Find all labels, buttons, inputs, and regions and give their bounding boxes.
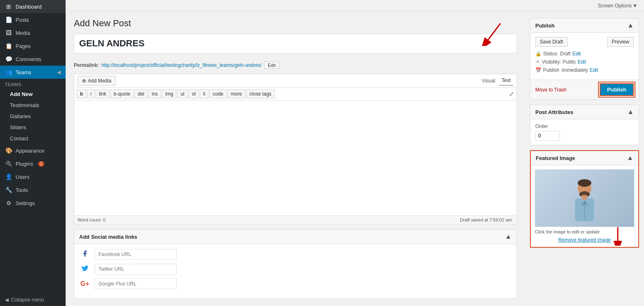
- meta-box-toggle-button[interactable]: ▲: [505, 233, 512, 240]
- visibility-edit-link[interactable]: Edit: [578, 59, 586, 65]
- fmt-li-button[interactable]: li: [200, 89, 208, 98]
- comments-icon: 💬: [5, 56, 12, 62]
- collapse-menu-button[interactable]: ◀ Collapse menu: [0, 294, 66, 306]
- dashboard-icon: ⊞: [5, 3, 12, 10]
- post-title-input[interactable]: [74, 34, 517, 53]
- sidebar-item-settings[interactable]: ⚙ Settings: [0, 196, 66, 210]
- featured-image-caption: Click the image to edit or update: [535, 229, 634, 234]
- add-media-icon: ⊕: [82, 78, 86, 84]
- sidebar-item-label: Comments: [16, 56, 41, 62]
- sidebar-item-label: Teams: [16, 69, 31, 75]
- remove-featured-image-link[interactable]: Remove featured image: [558, 237, 611, 243]
- text-tab[interactable]: Text: [499, 76, 513, 86]
- twitter-icon: [79, 265, 91, 274]
- google-plus-icon: G+: [79, 280, 91, 288]
- save-draft-button[interactable]: Save Draft: [535, 37, 568, 47]
- person-figure: [566, 178, 603, 227]
- featured-image-toggle[interactable]: ▲: [627, 154, 633, 162]
- sidebar-item-users[interactable]: 👤 Users: [0, 170, 66, 183]
- google-plus-url-input[interactable]: [95, 279, 177, 289]
- permalink-edit-button[interactable]: Edit: [264, 62, 279, 69]
- sidebar-item-comments[interactable]: 💬 Comments: [0, 53, 66, 66]
- screen-options-button[interactable]: Screen Options ▼: [598, 3, 637, 9]
- social-media-meta-box: Add Social media links ▲: [74, 229, 517, 299]
- preview-button[interactable]: Preview: [607, 37, 634, 47]
- sidebar-sub-item-add-new[interactable]: Add New: [0, 89, 66, 100]
- sidebar-item-teams[interactable]: 👥 Teams ◀: [0, 66, 66, 79]
- sub-item-label: Gallaries: [10, 113, 31, 119]
- fmt-bold-button[interactable]: b: [77, 89, 86, 98]
- sidebar-item-label: Users: [16, 174, 30, 180]
- sub-item-label: Contact: [10, 135, 28, 142]
- fmt-more-button[interactable]: more: [228, 89, 245, 98]
- fmt-ul-button[interactable]: ul: [177, 89, 187, 98]
- publish-box: Publish ▲ Save Draft Preview 🔒 Status: D…: [530, 18, 639, 100]
- twitter-row: [79, 264, 512, 274]
- status-label: Status:: [543, 51, 558, 57]
- fmt-code-button[interactable]: code: [209, 89, 226, 98]
- expand-editor-button[interactable]: ⤢: [509, 91, 514, 97]
- fmt-ol-button[interactable]: ol: [189, 89, 199, 98]
- publish-time-edit-link[interactable]: Edit: [589, 67, 598, 73]
- users-icon: 👤: [5, 174, 12, 180]
- fmt-close-tags-button[interactable]: close tags: [246, 89, 275, 98]
- fmt-img-button[interactable]: img: [162, 89, 176, 98]
- sidebar-sub-item-sliders[interactable]: Sliders: [0, 122, 66, 133]
- editor-body[interactable]: [74, 100, 516, 215]
- sidebar-item-pages[interactable]: 📋 Pages: [0, 39, 66, 53]
- format-toolbar: b i link b-quote del ins img ul ol li co…: [74, 88, 516, 100]
- plugins-badge: 2: [38, 161, 45, 167]
- right-sidebar: Publish ▲ Save Draft Preview 🔒 Status: D…: [525, 11, 644, 306]
- calendar-icon: 📅: [535, 67, 541, 73]
- sidebar-item-appearance[interactable]: 🎨 Appearance: [0, 144, 66, 157]
- move-to-trash-link[interactable]: Move to Trash: [535, 87, 566, 93]
- sidebar-item-label: Pages: [16, 43, 31, 49]
- featured-image-box: Featured Image ▲: [530, 150, 639, 248]
- visibility-value: Public: [562, 59, 576, 65]
- publish-footer: Move to Trash Publish: [530, 80, 639, 99]
- topbar: Screen Options ▼: [66, 0, 644, 11]
- permalink-bar: Permalink: http://localhost/project/offi…: [74, 62, 517, 69]
- sidebar-item-label: Settings: [16, 200, 35, 206]
- fmt-del-button[interactable]: del: [135, 89, 148, 98]
- sidebar-sub-item-contact[interactable]: Contact: [0, 133, 66, 144]
- sidebar-item-posts[interactable]: 📄 Posts: [0, 13, 66, 26]
- screen-options-arrow-icon: ▼: [633, 3, 637, 9]
- post-attributes-toggle[interactable]: ▲: [627, 108, 634, 116]
- fmt-bquote-button[interactable]: b-quote: [110, 89, 134, 98]
- meta-box-header[interactable]: Add Social media links ▲: [74, 230, 516, 244]
- post-attributes-title: Post Attributes: [535, 109, 573, 115]
- twitter-url-input[interactable]: [95, 264, 177, 274]
- sidebar-item-label: Media: [16, 30, 30, 36]
- sidebar-item-label: Tools: [16, 187, 28, 193]
- fmt-italic-button[interactable]: i: [87, 89, 95, 98]
- appearance-icon: 🎨: [5, 147, 12, 154]
- sub-item-label: Sliders: [10, 124, 26, 130]
- editor-view-tabs: Visual Text: [480, 76, 513, 86]
- status-icon: 🔒: [535, 51, 541, 57]
- publish-button[interactable]: Publish: [600, 83, 634, 96]
- order-input[interactable]: [535, 131, 560, 141]
- sidebar-item-label: Appearance: [16, 148, 44, 154]
- word-count: Word count: 0: [78, 217, 105, 222]
- sidebar-sub-item-gallaries[interactable]: Gallaries: [0, 111, 66, 122]
- featured-image-thumbnail[interactable]: [535, 169, 634, 227]
- sidebar-item-media[interactable]: 🖼 Media: [0, 26, 66, 39]
- publish-box-body: Save Draft Preview 🔒 Status: Draft Edit …: [530, 33, 639, 80]
- visual-tab[interactable]: Visual: [480, 76, 498, 86]
- sidebar-item-dashboard[interactable]: ⊞ Dashboard: [0, 0, 66, 13]
- fmt-ins-button[interactable]: ins: [148, 89, 161, 98]
- meta-box-body: G+: [74, 244, 516, 298]
- facebook-url-input[interactable]: [95, 249, 177, 260]
- publish-box-toggle[interactable]: ▲: [627, 22, 634, 29]
- sidebar-sub-item-testimonials[interactable]: Testimonials: [0, 100, 66, 111]
- visibility-label: Visibility:: [542, 59, 561, 65]
- sidebar-item-tools[interactable]: 🔧 Tools: [0, 183, 66, 196]
- fmt-link-button[interactable]: link: [96, 89, 110, 98]
- add-media-button[interactable]: ⊕ Add Media: [78, 76, 116, 86]
- status-value: Draft: [560, 51, 571, 57]
- sidebar-item-plugins[interactable]: 🔌 Plugins 2: [0, 157, 66, 170]
- permalink-url[interactable]: http://localhost/project/official/testin…: [101, 62, 262, 68]
- post-attributes-body: Order: [530, 119, 639, 145]
- status-edit-link[interactable]: Edit: [572, 51, 581, 57]
